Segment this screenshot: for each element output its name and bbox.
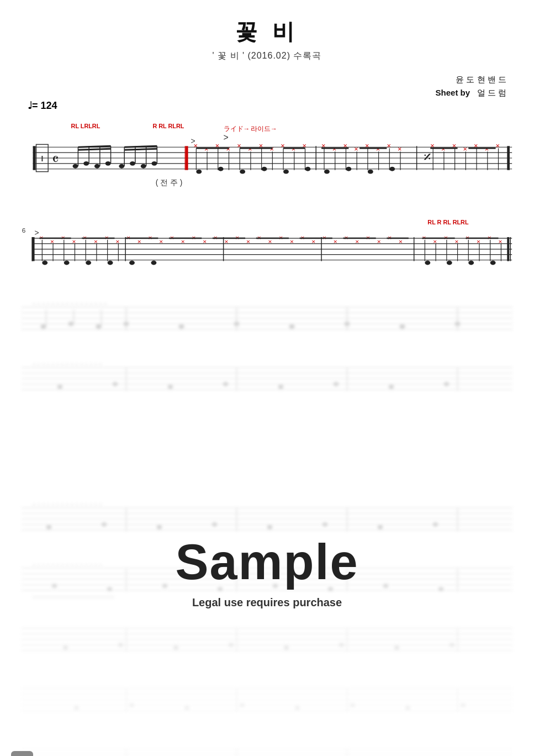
svg-text:라이드→: 라이드→ <box>251 125 277 133</box>
svg-text:×: × <box>246 238 250 245</box>
svg-rect-119 <box>32 237 33 261</box>
svg-point-256 <box>212 522 218 527</box>
svg-point-242 <box>444 382 450 386</box>
svg-point-203 <box>468 260 474 265</box>
svg-text:× × × × × × × × × × × × × × ×: × × × × × × × × × × × × × × × <box>33 361 103 368</box>
svg-text:>: > <box>191 137 195 145</box>
svg-point-257 <box>267 525 273 529</box>
bottom-logo: ▦ MyMusicSheet <box>11 751 108 756</box>
blurred-staff-3: × × × × × × × × × × × × × × × × <box>14 285 520 343</box>
page-container: 꽃 비 ' 꽃 비 ' (2016.02) 수록곡 윤 도 현 밴 드 Shee… <box>0 0 534 756</box>
svg-point-36 <box>151 161 157 166</box>
svg-text:ライド→: ライド→ <box>224 125 250 133</box>
svg-point-313 <box>405 706 411 710</box>
svg-text:×: × <box>203 238 207 245</box>
svg-text:𝄴: 𝄴 <box>52 151 59 168</box>
svg-text:×: × <box>463 145 467 153</box>
svg-point-260 <box>433 522 438 527</box>
svg-point-173 <box>64 260 70 265</box>
first-staff: I 𝄴 RL LRLRL R RL RLRL ライド→ 라이드→ > <box>17 114 517 202</box>
svg-point-253 <box>46 525 52 529</box>
svg-point-30 <box>119 164 124 169</box>
svg-text:I: I <box>41 155 43 163</box>
svg-line-28 <box>78 146 110 147</box>
svg-point-223 <box>400 324 405 329</box>
legal-use-text: Legal use requires purchase <box>192 596 342 609</box>
svg-text:×: × <box>248 145 252 153</box>
svg-text:( 전 주 ): ( 전 주 ) <box>156 179 183 187</box>
song-subtitle: ' 꽃 비 ' (2016.02) 수록곡 <box>0 50 534 62</box>
svg-text:6: 6 <box>22 227 26 234</box>
svg-text:×: × <box>290 238 294 245</box>
svg-point-240 <box>334 382 339 386</box>
svg-text:×: × <box>354 145 358 153</box>
svg-text:×: × <box>159 238 163 245</box>
blurred-content-area: × × × × × × × × × × × × × × × × <box>0 285 534 756</box>
svg-point-204 <box>490 260 496 265</box>
svg-point-241 <box>389 385 394 389</box>
svg-point-309 <box>184 706 190 710</box>
blurred-svg-5: × × × × × × × × × × × × × × × <box>14 486 520 541</box>
svg-point-296 <box>394 645 400 650</box>
svg-point-308 <box>129 703 135 707</box>
svg-text:𝄎: 𝄎 <box>424 149 431 166</box>
svg-text:×: × <box>376 145 380 153</box>
svg-point-202 <box>447 260 452 265</box>
blurred-svg-4: × × × × × × × × × × × × × × × <box>14 345 520 401</box>
staff-svg-1: I 𝄴 RL LRLRL R RL RLRL ライド→ 라이드→ > <box>17 114 517 202</box>
svg-text:×: × <box>115 238 119 245</box>
svg-point-82 <box>346 167 351 171</box>
logo-icon: ▦ <box>11 751 33 756</box>
svg-text:×: × <box>398 145 401 153</box>
svg-point-172 <box>42 260 47 265</box>
title-section: 꽃 비 ' 꽃 비 ' (2016.02) 수록곡 <box>0 0 534 67</box>
svg-point-84 <box>389 167 395 171</box>
svg-point-255 <box>157 525 162 529</box>
svg-rect-5 <box>33 146 36 170</box>
svg-point-219 <box>179 324 184 329</box>
blurred-staff-7 <box>14 606 520 664</box>
svg-point-51 <box>196 170 202 174</box>
svg-point-53 <box>240 170 245 174</box>
tempo-mark: ♩= 124 <box>28 99 523 112</box>
composer-info: 윤 도 현 밴 드 Sheet by 얼 드 럼 <box>0 73 534 99</box>
svg-text:× × × × × × × × × × × × × × × : × × × × × × × × × × × × × × × × <box>33 301 107 307</box>
svg-point-290 <box>63 645 68 650</box>
svg-point-177 <box>151 260 157 265</box>
svg-text:×: × <box>455 238 459 245</box>
svg-text:×: × <box>387 141 390 150</box>
svg-point-314 <box>461 703 466 707</box>
svg-line-39 <box>124 149 157 150</box>
staff-svg-2: 6 > × × × × × × × × × <box>17 208 517 274</box>
svg-point-176 <box>129 260 135 265</box>
svg-point-295 <box>339 643 345 647</box>
svg-text:×: × <box>269 145 273 153</box>
svg-text:×: × <box>498 238 502 245</box>
svg-point-20 <box>73 164 78 169</box>
artist-name: 윤 도 현 밴 드 <box>0 73 506 86</box>
svg-point-258 <box>322 522 328 527</box>
svg-point-214 <box>68 322 74 326</box>
svg-point-259 <box>378 525 383 529</box>
svg-point-54 <box>262 167 267 171</box>
svg-text:×: × <box>496 141 500 150</box>
blurred-staff-4: × × × × × × × × × × × × × × × <box>14 345 520 403</box>
svg-point-310 <box>240 703 245 707</box>
svg-text:×: × <box>204 145 208 153</box>
svg-point-293 <box>229 643 234 647</box>
svg-point-294 <box>284 645 289 650</box>
svg-text:×: × <box>485 145 489 153</box>
svg-point-22 <box>83 161 89 166</box>
svg-point-235 <box>57 385 63 389</box>
svg-point-56 <box>305 167 311 171</box>
svg-text:× × × × × × × × × × × × × × ×: × × × × × × × × × × × × × × × <box>33 502 103 508</box>
svg-text:R  RL RLRL: R RL RLRL <box>152 123 184 129</box>
svg-text:×: × <box>377 238 381 245</box>
song-title: 꽃 비 <box>0 17 534 47</box>
sample-watermark-text: Sample <box>175 534 358 591</box>
second-staff: 6 > × × × × × × × × × <box>17 208 517 274</box>
svg-text:>: > <box>35 229 39 237</box>
svg-point-212 <box>41 324 46 329</box>
svg-text:×: × <box>332 145 336 153</box>
svg-text:×: × <box>292 145 295 153</box>
